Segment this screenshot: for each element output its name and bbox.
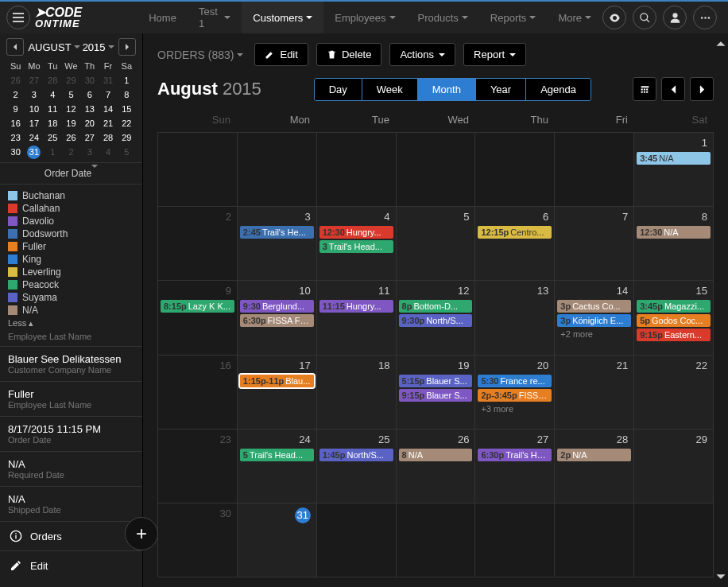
calendar-event[interactable]: 9:30Berglund... xyxy=(240,300,314,313)
mini-day[interactable]: 28 xyxy=(99,130,117,145)
mini-day[interactable]: 2 xyxy=(6,87,25,102)
day-cell[interactable] xyxy=(317,503,397,577)
legend-less[interactable]: Less ▴ xyxy=(8,317,134,328)
calendar-event[interactable]: 2:45Trail's He... xyxy=(240,226,314,239)
mini-day[interactable]: 18 xyxy=(44,116,62,130)
nav-employees[interactable]: Employees xyxy=(323,2,406,33)
mini-day[interactable]: 8 xyxy=(118,87,136,102)
calendar-event[interactable]: 2pN/A xyxy=(557,449,631,461)
mini-day[interactable]: 5 xyxy=(62,87,80,102)
legend-fuller[interactable]: Fuller xyxy=(8,240,134,253)
nav-more[interactable]: More xyxy=(547,2,602,33)
day-cell[interactable]: 205:30France re...2p-3:45pFISSA...+3 mor… xyxy=(475,356,555,429)
mini-day[interactable]: 31 xyxy=(99,73,117,87)
actions-button[interactable]: Actions xyxy=(389,43,455,66)
day-cell[interactable]: 268N/A xyxy=(397,430,476,503)
mini-day[interactable]: 7 xyxy=(99,87,117,102)
view-day[interactable]: Day xyxy=(315,79,362,100)
mini-day[interactable]: 3 xyxy=(25,87,43,102)
edit-action[interactable]: Edit xyxy=(0,550,142,580)
mini-day[interactable]: 26 xyxy=(6,73,25,87)
nav-reports[interactable]: Reports xyxy=(479,2,548,33)
mini-day[interactable]: 27 xyxy=(80,130,99,145)
legend-dodsworth[interactable]: Dodsworth xyxy=(8,227,134,240)
more-events[interactable]: +3 more xyxy=(478,403,552,414)
mini-day[interactable]: 4 xyxy=(44,87,62,102)
mini-day[interactable]: 29 xyxy=(118,130,136,145)
mini-day[interactable]: 25 xyxy=(44,130,62,145)
calendar-event[interactable]: 12:30Hungry... xyxy=(319,226,393,239)
legend-davolio[interactable]: Davolio xyxy=(8,215,134,227)
mini-day[interactable]: 23 xyxy=(6,130,25,145)
mini-day[interactable]: 5 xyxy=(118,145,136,159)
day-cell[interactable]: 98:15pLazy K K... xyxy=(158,281,238,354)
day-cell[interactable]: 18 xyxy=(317,356,397,429)
mini-day[interactable]: 1 xyxy=(44,145,62,159)
day-cell[interactable]: 30 xyxy=(158,503,238,577)
day-cell[interactable] xyxy=(397,503,476,577)
report-button[interactable]: Report xyxy=(463,43,526,66)
mini-day[interactable]: 6 xyxy=(80,87,99,102)
mini-day[interactable]: 22 xyxy=(118,116,136,130)
day-cell[interactable]: 195:15pBlauer S...9:15pBlauer S... xyxy=(397,356,476,429)
mini-day[interactable]: 11 xyxy=(44,102,62,116)
day-cell[interactable]: 109:30Berglund...6:30pFISSA Fa... xyxy=(238,281,317,354)
day-cell[interactable]: 812:30N/A xyxy=(634,207,713,280)
calendar-event[interactable]: 9:15pEastern... xyxy=(637,328,711,341)
calendar-event[interactable]: 1:45pNorth/S... xyxy=(319,449,393,461)
scroll-down-icon[interactable] xyxy=(715,571,726,582)
search-button[interactable] xyxy=(633,6,656,29)
mini-prev-button[interactable] xyxy=(6,38,24,56)
calendar-event[interactable]: 5pGodos Coc... xyxy=(637,314,711,327)
cal-prev-button[interactable] xyxy=(661,77,685,101)
legend-suyama[interactable]: Suyama xyxy=(8,291,134,304)
day-cell[interactable] xyxy=(555,133,634,206)
calendar-event[interactable]: 5:30France re... xyxy=(478,375,552,387)
day-cell[interactable] xyxy=(634,503,713,577)
mini-day[interactable]: 30 xyxy=(6,145,25,159)
calendar-event[interactable]: 9:30pNorth/S... xyxy=(399,314,473,327)
day-cell[interactable]: 22 xyxy=(634,356,713,429)
mini-day[interactable]: 13 xyxy=(80,102,99,116)
user-button[interactable] xyxy=(663,6,687,29)
day-cell[interactable]: 128pBottom-D...9:30pNorth/S... xyxy=(397,281,476,354)
calendar-event[interactable]: 5Trail's Head... xyxy=(240,449,314,461)
mini-day[interactable]: 14 xyxy=(99,102,117,116)
mini-day[interactable]: 10 xyxy=(25,102,43,116)
day-cell[interactable]: 13:45N/A xyxy=(634,133,713,206)
mini-day[interactable]: 28 xyxy=(44,73,62,87)
visibility-button[interactable] xyxy=(602,6,626,29)
day-cell[interactable]: 32:45Trail's He... xyxy=(238,207,317,280)
mini-day[interactable]: 3 xyxy=(80,145,99,159)
day-cell[interactable] xyxy=(238,133,317,206)
legend-peacock[interactable]: Peacock xyxy=(8,278,134,291)
calendar-event[interactable]: 3:45N/A xyxy=(637,152,711,165)
day-cell[interactable]: 612:15pCentro... xyxy=(475,207,555,280)
view-month[interactable]: Month xyxy=(418,79,476,100)
calendar-event[interactable]: 8pBottom-D... xyxy=(399,300,473,313)
day-cell[interactable]: 2 xyxy=(158,207,238,280)
calendar-event[interactable]: 12:15pCentro... xyxy=(478,226,552,239)
day-cell[interactable] xyxy=(475,503,555,577)
legend-buchanan[interactable]: Buchanan xyxy=(8,189,134,202)
legend-king[interactable]: King xyxy=(8,253,134,266)
orders-action[interactable]: Orders xyxy=(0,521,142,550)
calendar-event[interactable]: 3pKöniglich E... xyxy=(557,314,631,327)
fab-add-button[interactable]: + xyxy=(125,517,158,550)
mini-day[interactable]: 9 xyxy=(6,102,25,116)
day-cell[interactable]: 13 xyxy=(475,281,555,354)
mini-day[interactable]: 24 xyxy=(25,130,43,145)
day-cell[interactable] xyxy=(158,133,238,206)
mini-day[interactable]: 30 xyxy=(80,73,99,87)
calendar-event[interactable]: 12:30N/A xyxy=(637,226,711,239)
day-cell[interactable]: 251:45pNorth/S... xyxy=(317,430,397,503)
mini-day[interactable]: 1 xyxy=(118,73,136,87)
day-cell[interactable]: 412:30Hungry...3Trail's Head... xyxy=(317,207,397,280)
day-cell[interactable] xyxy=(397,133,476,206)
day-cell[interactable] xyxy=(317,133,397,206)
calendar-event[interactable]: 6:30pTrail's He... xyxy=(478,449,552,461)
calendar-event[interactable]: 3pCactus Co... xyxy=(557,300,631,313)
menu-button[interactable] xyxy=(6,6,30,29)
mini-day[interactable]: 17 xyxy=(25,116,43,130)
calendar-event[interactable]: 3:45pMagazzi... xyxy=(637,300,711,313)
